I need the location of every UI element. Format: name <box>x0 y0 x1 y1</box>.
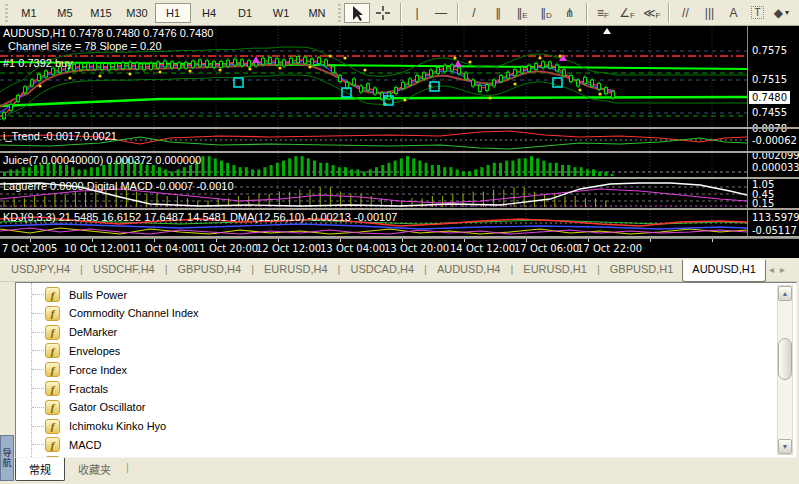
chart-tab-gbpusd-h1[interactable]: GBPUSD,H1 <box>601 260 683 280</box>
equidistant-channel-tool[interactable]: ∥ <box>486 3 510 23</box>
chart-tab-audusd-h1[interactable]: AUDUSD,H1 <box>682 260 766 282</box>
chart-area[interactable]: AUDUSD,H1 0.7478 0.7480 0.7476 0.7480 Ch… <box>0 26 799 238</box>
indicator-list-item[interactable]: fCommodity Channel Index <box>16 304 746 323</box>
fibo-fan-tool[interactable]: ∠F <box>615 3 639 23</box>
chart-tab-usdchf-h4[interactable]: USDCHF,H4 <box>84 260 164 280</box>
navigator-tab-separator: | <box>124 458 131 476</box>
chart-tab-eurusd-h4[interactable]: EURUSD,H4 <box>255 260 337 280</box>
time-axis-label: 11 Oct 20:00 <box>193 243 258 254</box>
timeframe-m15[interactable]: M15 <box>83 3 119 23</box>
indicator-function-icon: f <box>45 325 60 340</box>
crosshair-tool[interactable] <box>370 3 396 23</box>
pane-splitter[interactable] <box>0 236 799 238</box>
indicator-list-item[interactable]: fEnvelopes <box>16 341 746 360</box>
current-price-badge: 0.7480 <box>749 91 790 104</box>
indicator-list-item[interactable]: fForce Index <box>16 360 746 379</box>
timeframe-m1[interactable]: M1 <box>11 3 47 23</box>
andrews-pitchfork-tool-glyph: ⋔ <box>565 6 575 20</box>
time-axis-tick <box>526 239 527 242</box>
time-axis[interactable]: 7 Oct 200510 Oct 12:0011 Oct 04:0011 Oct… <box>0 238 799 258</box>
chart-window: AUDUSD,H1 0.7478 0.7480 0.7476 0.7480 Ch… <box>0 26 799 258</box>
text-tool[interactable]: A <box>721 3 745 23</box>
time-axis-label: 10 Oct 12:00 <box>64 243 129 254</box>
indicator-list-item[interactable]: fBulls Power <box>16 285 746 304</box>
open-order-label: #1 0.7392 buy <box>3 57 73 69</box>
toolbar-grip[interactable] <box>5 4 8 22</box>
time-axis-label: 14 Oct 12:00 <box>450 243 515 254</box>
tab-scroll-arrows[interactable]: ◂▸ <box>769 260 797 280</box>
navigator-tab-favorites[interactable]: 收藏夹 <box>65 458 124 480</box>
time-axis-tick <box>30 239 31 242</box>
dropdown-caret-icon: ▾ <box>785 8 789 17</box>
timeframe-mn[interactable]: MN <box>299 3 335 23</box>
chart-tab-usdcad-h4[interactable]: USDCAD,H4 <box>341 260 423 280</box>
pane-splitter[interactable] <box>0 127 799 129</box>
price-axis[interactable]: 0.75750.75150.74550.0078-0.000620.002099… <box>747 26 799 238</box>
timeframe-toolbar: M1M5M15M30H1H4D1W1MN <box>11 3 335 23</box>
indicator-function-icon: f <box>45 400 60 415</box>
timeframe-m30[interactable]: M30 <box>119 3 155 23</box>
chart-tab-audusd-h4[interactable]: AUDUSD,H4 <box>428 260 510 280</box>
crosshair-icon <box>374 4 392 22</box>
price-axis-label: -0.00062 <box>752 135 797 146</box>
indicator-list-item[interactable]: fIchimoku Kinko Hyo <box>16 417 746 436</box>
scrollbar-thumb[interactable] <box>778 338 792 380</box>
timeframe-h4[interactable]: H4 <box>191 3 227 23</box>
chart-tab-eurusd-h1[interactable]: EURUSD,H1 <box>514 260 596 280</box>
navigator-scrollbar[interactable]: ▲ ▼ <box>777 285 793 455</box>
time-axis-tick <box>650 239 651 242</box>
timeframe-d1[interactable]: D1 <box>227 3 263 23</box>
indicator-list-item[interactable]: fFractals <box>16 379 746 398</box>
indicator-label: Gator Oscillator <box>69 401 145 413</box>
pane-splitter[interactable] <box>0 208 799 210</box>
time-axis-label: 13 Oct 04:00 <box>320 243 385 254</box>
itrend-pane-label: i_Trend -0.0017 0.0021 <box>3 130 117 142</box>
timeframe-h1[interactable]: H1 <box>155 3 191 23</box>
indicator-list-item[interactable]: fGator Oscillator <box>16 398 746 417</box>
indicator-function-icon: f <box>45 362 60 377</box>
trendline-tool[interactable]: / <box>462 3 486 23</box>
cycle-lines-tool[interactable]: ||| <box>697 3 721 23</box>
tree-branch-line <box>32 388 44 389</box>
indicator-label: Bulls Power <box>69 289 127 301</box>
fibo-expansion-tool[interactable]: ≪F <box>639 3 664 23</box>
kdj-pane-label: KDJ(9,3,3) 21.5485 16.6152 17.6487 14.54… <box>3 211 397 223</box>
navigator-tab-common[interactable]: 常规 <box>15 458 65 481</box>
time-axis-tick <box>92 239 93 242</box>
pane-splitter[interactable] <box>0 151 799 153</box>
parallel-lines-tool[interactable]: // <box>673 3 697 23</box>
channel-e-tool[interactable]: ∥E <box>510 3 534 23</box>
indicator-function-icon: f <box>45 343 60 358</box>
fibo-fan-tool-sub: F <box>630 11 635 20</box>
text-label-tool[interactable]: T <box>745 3 769 23</box>
timeframe-m5[interactable]: M5 <box>47 3 83 23</box>
arrows-tool-glyph: ◆ <box>774 6 783 20</box>
scroll-down-button[interactable]: ▼ <box>778 439 792 454</box>
fibo-retracement-tool-sub: F <box>604 11 609 20</box>
indicator-label: Force Index <box>69 364 127 376</box>
toolbar-grip[interactable] <box>338 4 341 22</box>
chart-tab-usdjpy-h4[interactable]: USDJPY,H4 <box>2 260 79 280</box>
text-tool-glyph: A <box>729 6 737 20</box>
pane-splitter[interactable] <box>0 177 799 179</box>
cursor-tool[interactable] <box>344 3 370 23</box>
vertical-line-tool[interactable]: | <box>405 3 429 23</box>
channel-d-tool[interactable]: ∥D <box>534 3 558 23</box>
time-axis-label: 17 Oct 22:00 <box>577 243 642 254</box>
scroll-up-button[interactable]: ▲ <box>778 286 792 301</box>
navigator-side-tab[interactable]: 导航 <box>0 435 14 481</box>
timeframe-w1[interactable]: W1 <box>263 3 299 23</box>
indicator-label: Ichimoku Kinko Hyo <box>69 420 166 432</box>
arrows-tool[interactable]: ◆▾ <box>769 3 793 23</box>
chart-tab-gbpusd-h4[interactable]: GBPUSD,H4 <box>169 260 251 280</box>
indicator-function-icon: f <box>45 419 60 434</box>
toolbar-separator <box>668 3 669 23</box>
fibo-retracement-tool[interactable]: ≡F <box>591 3 615 23</box>
tree-branch-line <box>32 332 44 333</box>
horizontal-line-tool[interactable]: — <box>429 3 453 23</box>
indicator-list-item[interactable]: fDeMarker <box>16 323 746 342</box>
indicator-list-item[interactable]: fMACD <box>16 435 746 454</box>
fibo-retracement-tool-glyph: ≡ <box>597 6 604 20</box>
toolbar-separator <box>586 3 587 23</box>
andrews-pitchfork-tool[interactable]: ⋔ <box>558 3 582 23</box>
